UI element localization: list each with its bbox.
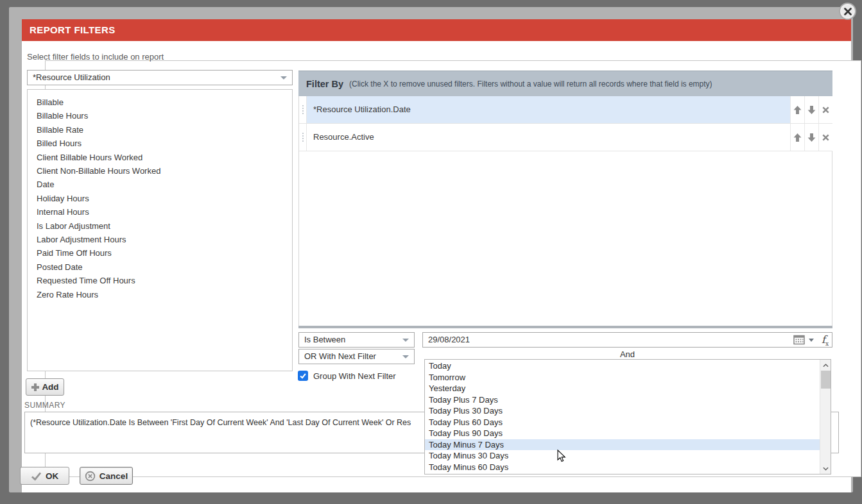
select-fields-label: Select filter fields to include on repor… — [27, 52, 164, 62]
group-with-next-filter-checkbox[interactable] — [298, 371, 308, 381]
cancel-button-label: Cancel — [99, 471, 128, 481]
formula-fx-icon[interactable]: fx — [822, 333, 829, 347]
move-down-button[interactable] — [804, 124, 818, 151]
checkmark-icon — [299, 372, 307, 380]
group-with-next-filter-label: Group With Next Filter — [313, 371, 396, 381]
dialog-header: REPORT FILTERS — [22, 19, 851, 41]
field-list-item[interactable]: Client Non-Billable Hours Worked — [37, 164, 292, 178]
scrollbar-thumb[interactable] — [821, 371, 831, 389]
category-dropdown-value: *Resource Utilization — [33, 71, 110, 85]
field-list-item[interactable]: Date — [37, 178, 292, 191]
dropdown-option[interactable]: Today — [425, 360, 831, 372]
field-list-item[interactable]: Paid Time Off Hours — [37, 246, 292, 260]
move-up-button[interactable] — [790, 96, 804, 123]
chevron-down-icon[interactable] — [809, 339, 814, 342]
field-list[interactable]: BillableBillable HoursBillable RateBille… — [27, 89, 293, 371]
close-icon — [843, 7, 852, 16]
dropdown-option[interactable]: Today Plus 7 Days — [425, 394, 831, 406]
field-list-item[interactable]: Internal Hours — [37, 205, 292, 219]
filter-by-title: Filter By — [306, 79, 343, 89]
field-list-item[interactable]: Billable Rate — [37, 123, 292, 137]
date-options-dropdown[interactable]: TodayTomorrowYesterdayToday Plus 7 DaysT… — [424, 359, 831, 475]
plus-icon — [31, 383, 40, 392]
scrollbar[interactable] — [820, 360, 831, 474]
dropdown-option[interactable]: Today Minus 7 Days — [425, 439, 831, 451]
arrow-down-icon — [807, 105, 816, 115]
scroll-up-icon[interactable] — [820, 360, 831, 371]
summary-label: SUMMARY — [24, 401, 65, 410]
add-filter-button[interactable]: Add — [26, 378, 64, 396]
field-list-item[interactable]: Labor Adjustment Hours — [37, 233, 292, 246]
dropdown-option[interactable]: Today Minus 60 Days — [425, 462, 831, 473]
arrow-down-icon — [807, 133, 816, 142]
field-list-item[interactable]: Is Labor Adjustment — [37, 219, 292, 233]
add-button-label: Add — [42, 382, 58, 392]
filter-by-hint: (Click the X to remove unused filters. F… — [349, 80, 712, 88]
category-dropdown[interactable]: *Resource Utilization — [27, 70, 293, 85]
cancel-circle-x-icon — [85, 471, 96, 482]
filter-rows: *Resource Utilization.Date Resource.Acti… — [299, 96, 832, 151]
conjunction-dropdown[interactable]: OR With Next Filter — [298, 349, 415, 364]
start-date-input[interactable]: 29/08/2021 fx — [422, 332, 832, 348]
chevron-down-icon — [402, 339, 409, 342]
field-list-item[interactable]: Billable — [37, 96, 292, 109]
filter-row[interactable]: *Resource Utilization.Date — [299, 96, 832, 124]
field-list-item[interactable]: Client Billable Hours Worked — [37, 151, 292, 164]
operator-dropdown[interactable]: Is Between — [298, 332, 415, 348]
drag-handle-icon[interactable] — [299, 124, 307, 151]
checkmark-icon — [31, 471, 42, 481]
filter-by-header: Filter By (Click the X to remove unused … — [298, 71, 832, 96]
arrow-up-icon — [793, 105, 802, 115]
arrow-up-icon — [793, 133, 802, 142]
start-date-value: 29/08/2021 — [428, 333, 470, 347]
close-button[interactable] — [839, 3, 856, 20]
ok-button[interactable]: OK — [20, 467, 69, 485]
dropdown-option[interactable]: Yesterday — [425, 383, 831, 394]
drag-handle-icon[interactable] — [299, 96, 307, 123]
field-list-item[interactable]: Billable Hours — [37, 109, 292, 122]
field-list-item[interactable]: Billed Hours — [37, 137, 292, 150]
move-up-button[interactable] — [790, 124, 804, 151]
dropdown-option[interactable]: Today Plus 60 Days — [425, 417, 831, 428]
chevron-down-icon — [402, 355, 409, 358]
field-list-item[interactable]: Zero Rate Hours — [37, 288, 292, 301]
dropdown-option[interactable]: Today Minus 30 Days — [425, 450, 831, 462]
filter-table-bottom-border — [298, 326, 832, 328]
filter-row-label: Resource.Active — [307, 124, 790, 151]
filter-row-label: *Resource Utilization.Date — [307, 96, 790, 123]
remove-filter-button[interactable] — [818, 124, 832, 151]
dropdown-option[interactable]: Today Plus 30 Days — [425, 405, 831, 417]
move-down-button[interactable] — [804, 96, 818, 123]
field-list-item[interactable]: Holiday Hours — [37, 192, 292, 205]
screen: REPORT FILTERS Select filter fields to i… — [0, 0, 862, 504]
close-x-icon — [822, 133, 830, 142]
filter-row[interactable]: Resource.Active — [299, 124, 832, 151]
conjunction-dropdown-value: OR With Next Filter — [304, 349, 376, 364]
field-list-item[interactable]: Posted Date — [37, 260, 292, 274]
remove-filter-button[interactable] — [818, 96, 832, 123]
scroll-down-icon[interactable] — [820, 463, 831, 474]
field-list-item[interactable]: Requested Time Off Hours — [37, 274, 292, 287]
dropdown-option[interactable]: Today Plus 90 Days — [425, 428, 831, 439]
calendar-icon[interactable] — [793, 335, 805, 348]
dialog-title: REPORT FILTERS — [22, 19, 851, 41]
close-x-icon — [822, 106, 830, 114]
operator-dropdown-value: Is Between — [304, 333, 345, 347]
chevron-down-icon — [280, 76, 287, 80]
cancel-button[interactable]: Cancel — [80, 467, 133, 485]
dropdown-option[interactable]: Tomorrow — [425, 372, 831, 383]
and-label: And — [422, 349, 832, 359]
ok-button-label: OK — [46, 471, 58, 481]
